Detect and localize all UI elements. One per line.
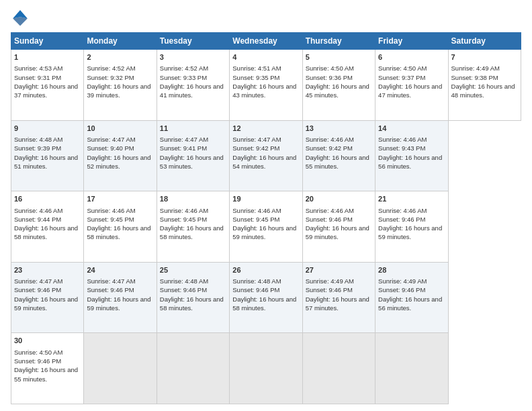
day-cell: 1Sunrise: 4:53 AMSunset: 9:31 PMDaylight… [11, 50, 84, 121]
sunrise-text: Sunrise: 4:50 AM [306, 64, 354, 72]
sunrise-text: Sunrise: 4:53 AM [14, 64, 62, 72]
day-number: 21 [378, 194, 445, 204]
sunset-text: Sunset: 9:45 PM [232, 216, 279, 223]
logo [11, 8, 32, 27]
sunset-text: Sunset: 9:46 PM [378, 286, 425, 293]
header-cell-friday: Friday [375, 33, 448, 50]
sunset-text: Sunset: 9:46 PM [87, 286, 134, 293]
sunset-text: Sunset: 9:45 PM [87, 216, 134, 223]
daylight-text: Daylight: 16 hours and 39 minutes. [87, 83, 150, 99]
day-cell: 2Sunrise: 4:52 AMSunset: 9:32 PMDaylight… [84, 50, 157, 121]
sunrise-text: Sunrise: 4:46 AM [306, 136, 354, 143]
sunset-text: Sunset: 9:35 PM [232, 74, 279, 81]
daylight-text: Daylight: 16 hours and 43 minutes. [232, 83, 296, 99]
daylight-text: Daylight: 16 hours and 59 minutes. [232, 224, 296, 240]
sunset-text: Sunset: 9:46 PM [306, 216, 353, 223]
day-number: 5 [306, 52, 372, 62]
day-cell: 17Sunrise: 4:46 AMSunset: 9:45 PMDayligh… [84, 191, 157, 263]
sunset-text: Sunset: 9:31 PM [14, 74, 61, 81]
daylight-text: Daylight: 16 hours and 56 minutes. [378, 295, 442, 312]
header-cell-wednesday: Wednesday [230, 33, 302, 50]
day-number: 19 [232, 194, 299, 204]
day-cell: 23Sunrise: 4:47 AMSunset: 9:46 PMDayligh… [11, 262, 84, 333]
header-cell-thursday: Thursday [302, 33, 375, 50]
daylight-text: Daylight: 16 hours and 51 minutes. [14, 154, 78, 170]
day-cell: 4Sunrise: 4:51 AMSunset: 9:35 PMDaylight… [230, 50, 302, 121]
sunset-text: Sunset: 9:38 PM [451, 74, 498, 81]
sunrise-text: Sunrise: 4:46 AM [160, 207, 208, 214]
header-cell-sunday: Sunday [11, 33, 84, 50]
day-cell: 27Sunrise: 4:49 AMSunset: 9:46 PMDayligh… [302, 262, 375, 333]
sunrise-text: Sunrise: 4:46 AM [87, 207, 135, 214]
sunset-text: Sunset: 9:42 PM [232, 144, 279, 152]
daylight-text: Daylight: 16 hours and 59 minutes. [306, 224, 369, 240]
daylight-text: Daylight: 16 hours and 59 minutes. [14, 295, 78, 312]
header-cell-monday: Monday [84, 33, 157, 50]
day-cell: 18Sunrise: 4:46 AMSunset: 9:45 PMDayligh… [157, 191, 229, 263]
calendar-table: SundayMondayTuesdayWednesdayThursdayFrid… [11, 32, 521, 404]
daylight-text: Daylight: 16 hours and 41 minutes. [160, 83, 224, 99]
sunrise-text: Sunrise: 4:49 AM [378, 277, 427, 285]
sunset-text: Sunset: 9:32 PM [87, 74, 134, 81]
daylight-text: Daylight: 16 hours and 57 minutes. [306, 295, 369, 312]
day-number: 6 [378, 52, 445, 62]
day-number: 11 [160, 124, 226, 134]
sunrise-text: Sunrise: 4:46 AM [306, 207, 354, 214]
day-cell: 28Sunrise: 4:49 AMSunset: 9:46 PMDayligh… [375, 262, 448, 333]
day-cell: 25Sunrise: 4:48 AMSunset: 9:46 PMDayligh… [157, 262, 229, 333]
day-cell: 7Sunrise: 4:49 AMSunset: 9:38 PMDaylight… [448, 50, 521, 121]
day-cell: 5Sunrise: 4:50 AMSunset: 9:36 PMDaylight… [302, 50, 375, 121]
day-cell [375, 333, 448, 404]
sunset-text: Sunset: 9:46 PM [306, 286, 353, 293]
day-number: 13 [306, 124, 372, 134]
sunrise-text: Sunrise: 4:47 AM [160, 136, 208, 143]
sunrise-text: Sunrise: 4:51 AM [232, 64, 281, 72]
day-number: 18 [160, 194, 226, 204]
calendar-header: SundayMondayTuesdayWednesdayThursdayFrid… [11, 33, 521, 50]
daylight-text: Daylight: 16 hours and 53 minutes. [160, 154, 224, 170]
week-row-3: 16Sunrise: 4:46 AMSunset: 9:44 PMDayligh… [11, 191, 521, 263]
day-number: 24 [87, 265, 153, 275]
sunrise-text: Sunrise: 4:47 AM [14, 277, 62, 285]
day-number: 12 [232, 124, 299, 134]
week-row-4: 23Sunrise: 4:47 AMSunset: 9:46 PMDayligh… [11, 262, 521, 333]
day-cell: 14Sunrise: 4:46 AMSunset: 9:43 PMDayligh… [375, 120, 448, 191]
sunrise-text: Sunrise: 4:52 AM [160, 64, 208, 72]
day-cell: 6Sunrise: 4:50 AMSunset: 9:37 PMDaylight… [375, 50, 448, 121]
day-number: 23 [14, 265, 81, 275]
week-row-5: 30Sunrise: 4:50 AMSunset: 9:46 PMDayligh… [11, 333, 521, 404]
sunset-text: Sunset: 9:37 PM [378, 74, 425, 81]
daylight-text: Daylight: 16 hours and 48 minutes. [451, 83, 515, 99]
day-number: 9 [14, 124, 81, 134]
sunset-text: Sunset: 9:46 PM [378, 216, 425, 223]
day-cell [302, 333, 375, 404]
day-number: 27 [306, 265, 372, 275]
day-number: 14 [378, 124, 445, 134]
sunset-text: Sunset: 9:46 PM [14, 286, 61, 293]
day-number: 1 [14, 52, 81, 62]
sunset-text: Sunset: 9:33 PM [160, 74, 207, 81]
header [11, 8, 521, 27]
sunrise-text: Sunrise: 4:48 AM [232, 277, 281, 285]
sunrise-text: Sunrise: 4:48 AM [14, 136, 62, 143]
day-cell: 16Sunrise: 4:46 AMSunset: 9:44 PMDayligh… [11, 191, 84, 263]
sunrise-text: Sunrise: 4:50 AM [14, 349, 62, 356]
day-number: 20 [306, 194, 372, 204]
day-cell: 11Sunrise: 4:47 AMSunset: 9:41 PMDayligh… [157, 120, 229, 191]
day-number: 4 [232, 52, 299, 62]
day-cell: 20Sunrise: 4:46 AMSunset: 9:46 PMDayligh… [302, 191, 375, 263]
sunset-text: Sunset: 9:43 PM [378, 144, 425, 152]
day-number: 10 [87, 124, 153, 134]
sunrise-text: Sunrise: 4:52 AM [87, 64, 135, 72]
sunset-text: Sunset: 9:46 PM [232, 286, 279, 293]
sunrise-text: Sunrise: 4:46 AM [378, 207, 427, 214]
daylight-text: Daylight: 16 hours and 58 minutes. [14, 224, 78, 240]
week-row-2: 9Sunrise: 4:48 AMSunset: 9:39 PMDaylight… [11, 120, 521, 191]
sunset-text: Sunset: 9:41 PM [160, 144, 207, 152]
daylight-text: Daylight: 16 hours and 56 minutes. [378, 154, 442, 170]
daylight-text: Daylight: 16 hours and 54 minutes. [232, 154, 296, 170]
day-cell [84, 333, 157, 404]
day-cell: 24Sunrise: 4:47 AMSunset: 9:46 PMDayligh… [84, 262, 157, 333]
sunrise-text: Sunrise: 4:46 AM [232, 207, 281, 214]
sunrise-text: Sunrise: 4:47 AM [232, 136, 281, 143]
